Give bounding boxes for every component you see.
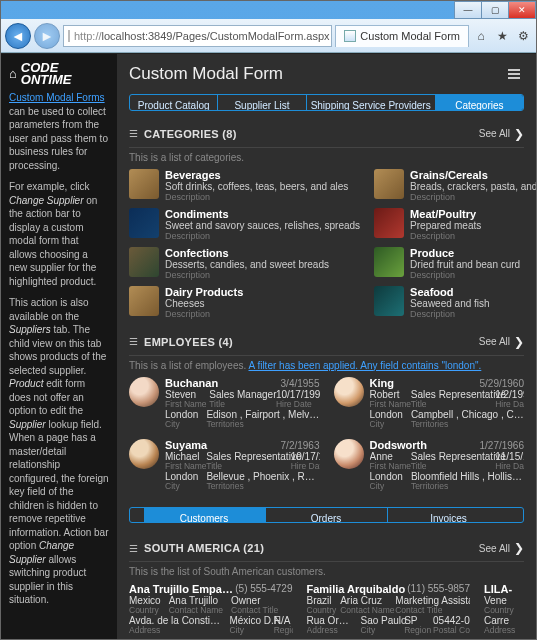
back-button[interactable]: ◄: [5, 23, 31, 49]
category-desc: Soft drinks, coffees, teas, beers, and a…: [165, 181, 348, 192]
category-name: Confections: [165, 247, 329, 259]
category-desc: Dried fruit and bean curd: [410, 259, 520, 270]
view-tabs: Product Catalog Supplier List Shipping S…: [129, 94, 524, 111]
menu-icon[interactable]: [504, 64, 524, 84]
customer-item[interactable]: (5) 555-4729Ana Trujillo Emparedados y… …: [129, 583, 293, 635]
list-icon: ☰: [129, 128, 138, 139]
categories-hint: This is a list of categories.: [129, 152, 524, 163]
sidebar-link[interactable]: Custom Modal Forms: [9, 92, 105, 103]
employees-hint: This is a list of employees. A filter ha…: [129, 360, 524, 371]
tab-shipping-providers[interactable]: Shipping Service Providers: [307, 95, 436, 110]
list-icon: ☰: [129, 336, 138, 347]
employee-dob: 3/4/1955: [281, 378, 320, 389]
employees-section: ☰ EMPLOYEES (4) See All❯ This is a list …: [117, 329, 536, 501]
employee-item[interactable]: Suyama7/2/1963 MichaelFirst Name Sales R…: [129, 439, 320, 491]
category-name: Beverages: [165, 169, 348, 181]
category-name: Seafood: [410, 286, 490, 298]
avatar: [334, 439, 364, 469]
chevron-right-icon: ❯: [514, 127, 524, 141]
category-thumb: [129, 169, 159, 199]
window-close-button[interactable]: ✕: [508, 1, 536, 19]
category-name: Dairy Products: [165, 286, 243, 298]
employee-item[interactable]: King5/29/1960 RobertFirst Name Sales Rep…: [334, 377, 525, 429]
south-heading: SOUTH AMERICA (21): [144, 542, 264, 554]
category-name: Grains/Cereals: [410, 169, 536, 181]
chevron-right-icon: ❯: [514, 541, 524, 555]
category-thumb: [129, 247, 159, 277]
browser-tab-title: Custom Modal Form: [360, 30, 460, 42]
south-see-all[interactable]: See All❯: [479, 541, 524, 555]
tab-supplier-list[interactable]: Supplier List: [218, 95, 306, 110]
categories-see-all[interactable]: See All❯: [479, 127, 524, 141]
pill-customers[interactable]: Customers: [144, 508, 266, 523]
customer-item[interactable]: (11) 555-9857Familia Arquibaldo BrazilCo…: [307, 583, 471, 635]
site-icon: [68, 30, 70, 42]
customer-phone: (11) 555-9857: [407, 583, 470, 594]
category-item[interactable]: Meat/Poultry Prepared meats Description: [374, 208, 536, 241]
employee-dob: 7/2/1963: [281, 440, 320, 451]
category-item[interactable]: Seafood Seaweed and fish Description: [374, 286, 536, 319]
category-desc: Breads, crackers, pasta, and cereal: [410, 181, 536, 192]
tab-categories[interactable]: Categories: [436, 95, 523, 110]
category-thumb: [129, 286, 159, 316]
browser-tab[interactable]: Custom Modal Form: [335, 25, 469, 47]
brand-logo[interactable]: ⌂ CODE ONTIME: [9, 62, 109, 85]
south-america-section: ☰ SOUTH AMERICA (21) See All❯ This is th…: [117, 535, 536, 639]
category-thumb: [374, 247, 404, 277]
forward-button[interactable]: ►: [34, 23, 60, 49]
window-minimize-button[interactable]: —: [454, 1, 482, 19]
employee-last-name: Suyama: [165, 439, 207, 451]
home-icon[interactable]: ⌂: [472, 27, 490, 45]
customer-item-peek[interactable]: LILA- VeneCountry CarreAddress: [484, 583, 524, 635]
employees-see-all[interactable]: See All❯: [479, 335, 524, 349]
employee-dob: 1/27/1966: [480, 440, 525, 451]
page-title: Custom Modal Form: [129, 64, 283, 84]
category-desc: Cheeses: [165, 298, 243, 309]
south-hint: This is the list of South American custo…: [129, 566, 524, 577]
category-desc: Prepared meats: [410, 220, 481, 231]
browser-toolbar: ◄ ► http://localhost:3849/Pages/CustomMo…: [1, 19, 536, 53]
category-desc: Sweet and savory sauces, relishes, sprea…: [165, 220, 360, 231]
employee-last-name: King: [370, 377, 394, 389]
pill-invoices[interactable]: Invoices: [388, 508, 510, 523]
sidebar: ⌂ CODE ONTIME Custom Modal Forms can be …: [1, 54, 117, 639]
tab-product-catalog[interactable]: Product Catalog: [130, 95, 218, 110]
favicon-icon: [344, 30, 356, 42]
avatar: [129, 377, 159, 407]
tools-icon[interactable]: ⚙: [514, 27, 532, 45]
employee-item[interactable]: Buchanan3/4/1955 StevenFirst Name Sales …: [129, 377, 320, 429]
category-item[interactable]: Confections Desserts, candies, and sweet…: [129, 247, 360, 280]
employee-dob: 5/29/1960: [480, 378, 525, 389]
category-thumb: [374, 208, 404, 238]
categories-heading: CATEGORIES (8): [144, 128, 237, 140]
category-item[interactable]: Condiments Sweet and savory sauces, reli…: [129, 208, 360, 241]
employee-last-name: Dodsworth: [370, 439, 427, 451]
category-thumb: [374, 169, 404, 199]
category-item[interactable]: Grains/Cereals Breads, crackers, pasta, …: [374, 169, 536, 202]
avatar: [334, 377, 364, 407]
customer-name: Familia Arquibaldo: [307, 583, 408, 595]
category-desc: Desserts, candies, and sweet breads: [165, 259, 329, 270]
category-item[interactable]: Dairy Products Cheeses Description: [129, 286, 360, 319]
category-thumb: [129, 208, 159, 238]
window-maximize-button[interactable]: ▢: [481, 1, 509, 19]
category-name: Meat/Poultry: [410, 208, 481, 220]
employees-heading: EMPLOYEES (4): [144, 336, 233, 348]
pill-orders[interactable]: Orders: [266, 508, 388, 523]
employee-last-name: Buchanan: [165, 377, 218, 389]
categories-section: ☰ CATEGORIES (8) See All❯ This is a list…: [117, 121, 536, 329]
category-thumb: [374, 286, 404, 316]
category-item[interactable]: Produce Dried fruit and bean curd Descri…: [374, 247, 536, 280]
employee-item[interactable]: Dodsworth1/27/1966 AnneFirst Name Sales …: [334, 439, 525, 491]
avatar: [129, 439, 159, 469]
filter-link[interactable]: A filter has been applied. Any field con…: [249, 360, 482, 371]
customer-phone: (5) 555-4729: [235, 583, 292, 594]
addr-dropdown-icon[interactable]: ▼: [330, 31, 333, 41]
main-content: Custom Modal Form Product Catalog Suppli…: [117, 54, 536, 639]
category-name: Produce: [410, 247, 520, 259]
home-icon: ⌂: [9, 65, 17, 83]
category-item[interactable]: Beverages Soft drinks, coffees, teas, be…: [129, 169, 360, 202]
category-desc: Seaweed and fish: [410, 298, 490, 309]
address-bar[interactable]: http://localhost:3849/Pages/CustomModalF…: [63, 25, 332, 47]
favorites-icon[interactable]: ★: [493, 27, 511, 45]
